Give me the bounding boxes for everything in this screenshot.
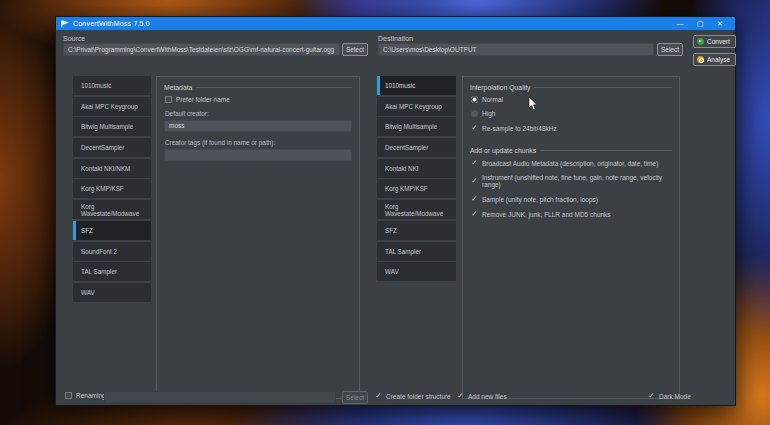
- prefer-folder-name-label: Prefer folder name: [176, 96, 230, 103]
- interpolation-high-row[interactable]: High: [471, 110, 672, 117]
- creator-tags-input[interactable]: [164, 149, 352, 161]
- metadata-section-header: Metadata: [164, 84, 352, 91]
- maximize-button[interactable]: ▢: [690, 17, 710, 30]
- chunk-instrument-row[interactable]: ✓ Instrument (unshifted note, fine tune,…: [471, 174, 672, 188]
- default-creator-input[interactable]: moss: [164, 120, 352, 132]
- close-button[interactable]: ✕: [710, 17, 730, 30]
- broadcast-metadata-checkbox[interactable]: ✓: [471, 159, 478, 167]
- format-item-label: 1010music: [385, 82, 415, 89]
- analyse-button[interactable]: Analyse: [693, 53, 736, 66]
- format-item-korg-wavestate-modwave[interactable]: Korg Wavestate/Modwave: [73, 200, 151, 219]
- format-item-sfz[interactable]: SFZ: [73, 221, 151, 240]
- format-item-label: DecentSampler: [385, 144, 428, 151]
- format-item-1010music[interactable]: 1010music: [377, 76, 456, 95]
- resample-label: Re-sample to 24bit/48kHz: [482, 125, 557, 132]
- create-folder-structure-checkbox[interactable]: ✓: [375, 392, 382, 400]
- format-item-soundfont-2[interactable]: SoundFont 2: [73, 242, 151, 261]
- format-item-akai-mpc-keygroup[interactable]: Akai MPC Keygroup: [377, 97, 456, 116]
- format-item-korg-kmp-ksf[interactable]: Korg KMP/KSF: [73, 179, 151, 198]
- format-item-label: DecentSampler: [81, 144, 124, 151]
- create-folder-structure-label: Create folder structure: [386, 393, 451, 400]
- high-radio[interactable]: [471, 110, 478, 117]
- format-item-wav[interactable]: WAV: [377, 262, 456, 281]
- renaming-row[interactable]: Renaming: [65, 392, 106, 399]
- analyse-icon: [697, 56, 704, 63]
- format-item-bitwig-multisample[interactable]: Bitwig Multisample: [377, 117, 456, 136]
- renaming-label: Renaming: [76, 392, 106, 399]
- format-item-label: SFZ: [81, 227, 93, 234]
- format-item-label: Akai MPC Keygroup: [385, 103, 442, 110]
- format-item-label: Korg Wavestate/Modwave: [385, 203, 456, 217]
- desktop-background: ConvertWithMoss 7.5.0 — ▢ ✕ Source C:\Pr…: [0, 0, 770, 425]
- instrument-label: Instrument (unshifted note, fine tune, g…: [482, 174, 672, 188]
- chunks-section-header: Add or update chunks: [470, 147, 672, 154]
- instrument-checkbox[interactable]: ✓: [471, 177, 478, 185]
- convert-button-label: Convert: [707, 38, 730, 45]
- resample-row[interactable]: ✓ Re-sample to 24bit/48kHz: [471, 124, 672, 132]
- renaming-select-button[interactable]: Select: [342, 391, 368, 404]
- convert-icon: [697, 38, 704, 45]
- format-item-bitwig-multisample[interactable]: Bitwig Multisample: [73, 117, 151, 136]
- format-item-label: Kontakt NKI: [385, 165, 419, 172]
- broadcast-metadata-label: Broadcast Audio Metadata (description, o…: [482, 160, 658, 167]
- analyse-button-label: Analyse: [707, 56, 730, 63]
- prefer-folder-name-checkbox[interactable]: [165, 96, 172, 103]
- prefer-folder-name-row[interactable]: Prefer folder name: [165, 96, 352, 103]
- metadata-panel: Metadata Prefer folder name Default crea…: [156, 76, 360, 399]
- mouse-cursor: [528, 96, 539, 111]
- format-item-tal-sampler[interactable]: TAL Sampler: [73, 262, 151, 281]
- format-item-kontakt-nki[interactable]: Kontakt NKI: [377, 159, 456, 178]
- source-path-input[interactable]: C:\Privat\Programming\ConvertWithMoss\Te…: [63, 43, 340, 56]
- format-item-decentsampler[interactable]: DecentSampler: [73, 138, 151, 157]
- format-item-korg-wavestate-modwave[interactable]: Korg Wavestate/Modwave: [377, 200, 456, 219]
- renaming-input[interactable]: [104, 391, 336, 403]
- creator-tags-label: Creator tags (if found in name or path):: [165, 139, 352, 146]
- format-item-label: Kontakt NKI/NKM: [81, 165, 130, 172]
- format-item-label: Korg KMP/KSF: [385, 185, 428, 192]
- dark-mode-row[interactable]: ✓ Dark Mode: [648, 392, 691, 400]
- chunk-remove-junk-row[interactable]: ✓ Remove JUNK, junk, FLLR and MD5 chunks: [471, 210, 672, 218]
- chunk-sample-row[interactable]: ✓ Sample (unity note, pitch fraction, lo…: [471, 195, 672, 203]
- format-item-label: Akai MPC Keygroup: [81, 103, 138, 110]
- destination-select-button[interactable]: Select: [657, 43, 683, 56]
- format-item-label: SoundFont 2: [81, 248, 117, 255]
- format-item-korg-kmp-ksf[interactable]: Korg KMP/KSF: [377, 179, 456, 198]
- format-item-wav[interactable]: WAV: [73, 283, 151, 302]
- format-item-tal-sampler[interactable]: TAL Sampler: [377, 242, 456, 261]
- minimize-button[interactable]: —: [670, 17, 690, 30]
- create-folder-structure-row[interactable]: ✓ Create folder structure: [375, 392, 451, 400]
- format-item-label: Korg Wavestate/Modwave: [81, 203, 151, 217]
- normal-radio[interactable]: [471, 96, 478, 103]
- destination-path-input[interactable]: C:\Users\mos\Desktop\OUTPUT: [378, 43, 654, 56]
- app-window: ConvertWithMoss 7.5.0 — ▢ ✕ Source C:\Pr…: [55, 16, 736, 406]
- sample-label: Sample (unity note, pitch fraction, loop…: [482, 196, 598, 203]
- format-item-1010music[interactable]: 1010music: [73, 76, 151, 95]
- add-new-files-checkbox[interactable]: ✓: [457, 392, 464, 400]
- sample-checkbox[interactable]: ✓: [471, 195, 478, 203]
- format-item-label: Bitwig Multisample: [81, 123, 133, 130]
- source-label: Source: [63, 35, 85, 42]
- titlebar: ConvertWithMoss 7.5.0 — ▢ ✕: [56, 17, 735, 30]
- window-title: ConvertWithMoss 7.5.0: [73, 20, 670, 27]
- format-item-label: Korg KMP/KSF: [81, 185, 124, 192]
- chunk-broadcast-row[interactable]: ✓ Broadcast Audio Metadata (description,…: [471, 159, 672, 167]
- bottom-bar: Renaming Select ✓ Create folder structur…: [56, 390, 735, 405]
- dark-mode-checkbox[interactable]: ✓: [648, 392, 655, 400]
- source-select-button[interactable]: Select: [342, 43, 368, 56]
- format-item-kontakt-nki-nkm[interactable]: Kontakt NKI/NKM: [73, 159, 151, 178]
- source-format-list: 1010musicAkai MPC KeygroupBitwig Multisa…: [73, 76, 151, 304]
- renaming-checkbox[interactable]: [65, 392, 72, 399]
- add-new-files-row[interactable]: ✓ Add new files: [457, 392, 507, 400]
- format-item-akai-mpc-keygroup[interactable]: Akai MPC Keygroup: [73, 97, 151, 116]
- format-item-sfz[interactable]: SFZ: [377, 221, 456, 240]
- interpolation-normal-row[interactable]: Normal: [471, 96, 672, 103]
- add-new-files-label: Add new files: [468, 393, 507, 400]
- high-radio-label: High: [482, 110, 495, 117]
- format-item-label: 1010music: [81, 82, 111, 89]
- format-item-label: SFZ: [385, 227, 397, 234]
- destination-label: Destination: [378, 35, 413, 42]
- remove-junk-checkbox[interactable]: ✓: [471, 210, 478, 218]
- format-item-decentsampler[interactable]: DecentSampler: [377, 138, 456, 157]
- convert-button[interactable]: Convert: [693, 35, 736, 48]
- resample-checkbox[interactable]: ✓: [471, 124, 478, 132]
